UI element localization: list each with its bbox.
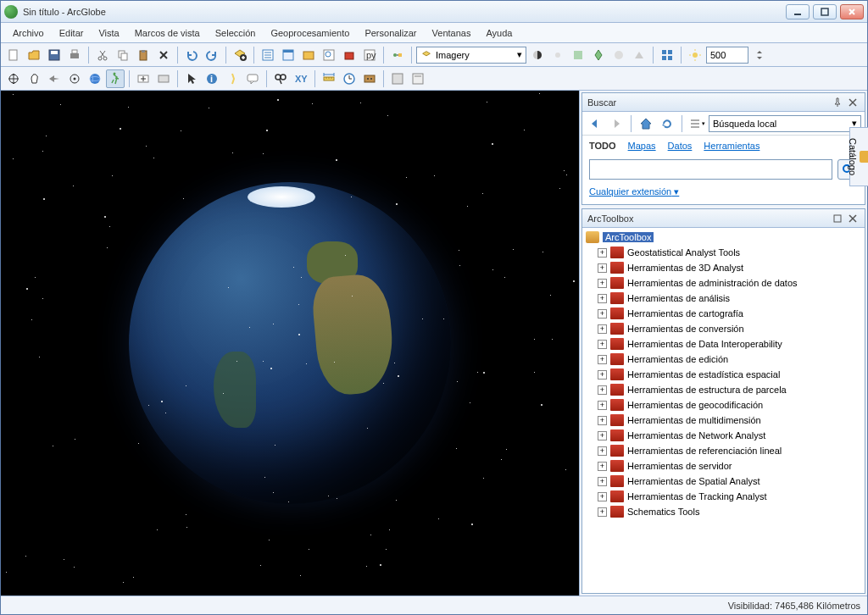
scale-spinner[interactable] bbox=[750, 46, 769, 64]
expand-icon[interactable]: + bbox=[598, 370, 607, 380]
menu-archivo[interactable]: Archivo bbox=[6, 26, 51, 40]
globe-viewport[interactable] bbox=[1, 91, 579, 596]
undo-button[interactable] bbox=[182, 46, 201, 64]
expand-icon[interactable]: + bbox=[598, 385, 607, 395]
elevation-button[interactable] bbox=[630, 46, 648, 64]
properties-button[interactable] bbox=[279, 46, 298, 64]
menu-personalizar[interactable]: Personalizar bbox=[358, 26, 423, 40]
tree-item[interactable]: +Herramientas de edición bbox=[584, 352, 863, 367]
close-toolbox-icon[interactable] bbox=[846, 212, 860, 225]
find-button[interactable] bbox=[271, 69, 290, 88]
forward-button[interactable] bbox=[607, 114, 626, 133]
contrast-button[interactable] bbox=[528, 46, 547, 64]
navigate-button[interactable] bbox=[4, 69, 23, 88]
expand-icon[interactable]: + bbox=[598, 462, 607, 471]
search-input[interactable] bbox=[589, 159, 832, 180]
expand-icon[interactable]: + bbox=[598, 324, 607, 334]
tree-item[interactable]: +Herramientas de análisis bbox=[584, 291, 863, 306]
window-button[interactable] bbox=[388, 69, 407, 88]
add-data-button[interactable] bbox=[231, 46, 249, 64]
python-button[interactable]: py bbox=[360, 46, 379, 64]
tree-item[interactable]: +Herramientas de Network Analyst bbox=[584, 428, 863, 443]
redo-button[interactable] bbox=[203, 46, 221, 64]
list-button[interactable]: ▾ bbox=[687, 114, 706, 133]
save-button[interactable] bbox=[45, 46, 64, 64]
tree-item[interactable]: +Herramientas de estructura de parcela bbox=[584, 382, 863, 397]
menu-ayuda[interactable]: Ayuda bbox=[479, 26, 519, 40]
options-button[interactable] bbox=[409, 69, 427, 88]
sun-button[interactable] bbox=[686, 46, 704, 64]
back-button[interactable] bbox=[586, 114, 604, 133]
catalog-button[interactable] bbox=[299, 46, 318, 64]
expand-icon[interactable]: + bbox=[598, 401, 607, 410]
expand-icon[interactable]: + bbox=[598, 340, 607, 349]
search-tab-herramientas[interactable]: Herramientas bbox=[704, 141, 760, 151]
search-tab-mapas[interactable]: Mapas bbox=[628, 141, 656, 151]
pin-icon[interactable] bbox=[831, 96, 844, 109]
tree-item[interactable]: +Herramientas de Spatial Analyst bbox=[584, 474, 863, 489]
search-window-button[interactable] bbox=[320, 46, 338, 64]
close-panel-icon[interactable] bbox=[846, 96, 860, 109]
hyperlink-button[interactable] bbox=[223, 69, 242, 88]
tree-item[interactable]: +Herramientas de cartografía bbox=[584, 306, 863, 321]
expand-icon[interactable]: + bbox=[598, 507, 607, 517]
toolbox-window-button[interactable] bbox=[340, 46, 359, 64]
grid-button[interactable] bbox=[658, 46, 676, 64]
expand-icon[interactable]: + bbox=[598, 477, 607, 486]
fly-button[interactable] bbox=[45, 69, 64, 88]
identify-button[interactable]: i bbox=[203, 69, 221, 88]
tree-item[interactable]: +Herramientas de multidimensión bbox=[584, 413, 863, 428]
tree-item[interactable]: +Herramientas de servidor bbox=[584, 458, 863, 474]
maximize-button[interactable] bbox=[813, 4, 837, 19]
tree-item[interactable]: +Herramientas de referenciación lineal bbox=[584, 443, 863, 458]
layer-combo[interactable]: Imagery ▾ bbox=[416, 47, 526, 64]
tree-item[interactable]: +Herramientas de geocodificación bbox=[584, 397, 863, 413]
print-button[interactable] bbox=[65, 46, 84, 64]
html-popup-button[interactable] bbox=[243, 69, 262, 88]
zoom-window-button[interactable] bbox=[154, 69, 173, 88]
menu-geoprocesamiento[interactable]: Geoprocesamiento bbox=[264, 26, 356, 40]
expand-icon[interactable]: + bbox=[598, 446, 607, 456]
pan-button[interactable] bbox=[25, 69, 43, 88]
select-button[interactable] bbox=[182, 69, 201, 88]
target-button[interactable] bbox=[65, 69, 84, 88]
expand-icon[interactable]: + bbox=[598, 279, 607, 288]
expand-icon[interactable]: + bbox=[598, 309, 607, 319]
scope-combo[interactable]: Búsqueda local ▾ bbox=[709, 115, 861, 132]
open-button[interactable] bbox=[25, 46, 43, 64]
walk-button[interactable] bbox=[106, 69, 125, 88]
expand-icon[interactable]: + bbox=[598, 263, 607, 273]
toc-button[interactable] bbox=[259, 46, 277, 64]
minimize-button[interactable] bbox=[786, 4, 810, 19]
close-button[interactable] bbox=[840, 4, 864, 19]
maximize-panel-icon[interactable] bbox=[831, 212, 844, 225]
menu-ventanas[interactable]: Ventanas bbox=[426, 26, 478, 40]
tree-item[interactable]: +Schematics Tools bbox=[584, 504, 863, 519]
expand-icon[interactable]: + bbox=[598, 355, 607, 364]
expand-icon[interactable]: + bbox=[598, 431, 607, 440]
zoom-in-button[interactable] bbox=[134, 69, 153, 88]
measure-button[interactable] bbox=[320, 69, 338, 88]
brightness-button[interactable] bbox=[548, 46, 567, 64]
copy-button[interactable] bbox=[114, 46, 132, 64]
time-button[interactable] bbox=[340, 69, 359, 88]
new-button[interactable] bbox=[4, 46, 23, 64]
tree-item[interactable]: +Herramientas de Tracking Analyst bbox=[584, 489, 863, 504]
transparency-button[interactable] bbox=[569, 46, 587, 64]
tree-root[interactable]: ArcToolbox bbox=[584, 230, 863, 245]
expand-icon[interactable]: + bbox=[598, 492, 607, 501]
delete-button[interactable] bbox=[154, 46, 173, 64]
toolbox-tree[interactable]: ArcToolbox +Geostatistical Analyst Tools… bbox=[582, 228, 865, 593]
expand-icon[interactable]: + bbox=[598, 416, 607, 425]
full-extent-button[interactable] bbox=[86, 69, 104, 88]
search-tab-todo[interactable]: TODO bbox=[589, 141, 616, 151]
scale-input[interactable] bbox=[706, 47, 748, 64]
menu-marcos[interactable]: Marcos de vista bbox=[128, 26, 207, 40]
catalog-tab[interactable]: Catálogo bbox=[849, 127, 868, 186]
xy-button[interactable]: XY bbox=[292, 69, 310, 88]
expand-icon[interactable]: + bbox=[598, 294, 607, 303]
tree-item[interactable]: +Geostatistical Analyst Tools bbox=[584, 245, 863, 260]
tree-item[interactable]: +Herramientas de estadística espacial bbox=[584, 367, 863, 382]
paste-button[interactable] bbox=[134, 46, 153, 64]
cut-button[interactable] bbox=[93, 46, 112, 64]
